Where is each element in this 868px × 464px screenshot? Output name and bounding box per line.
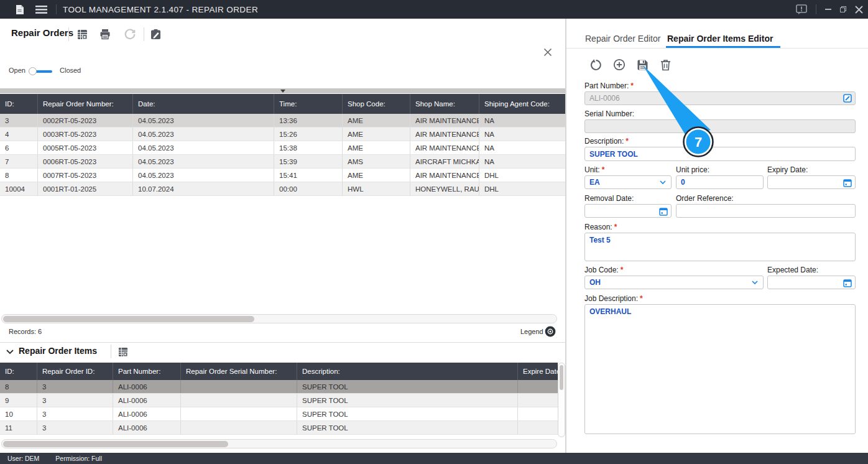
table-cell: AIR MAINTENANCE E...	[410, 141, 479, 154]
table-cell: ALI-0006	[113, 380, 181, 393]
table-cell: AIR MAINTENANCE E...	[410, 114, 479, 127]
document-icon[interactable]	[15, 4, 24, 15]
restore-icon[interactable]	[840, 6, 846, 12]
table-cell: SUPER TOOL	[297, 394, 518, 407]
panel-title: Repair Orders	[11, 27, 73, 38]
scrollbar-thumb[interactable]	[3, 441, 228, 447]
table-row[interactable]: 60005RT-05-202304.05.202315:38AMEAIR MAI…	[0, 141, 565, 155]
reason-textarea[interactable]: Test 5	[584, 233, 856, 261]
table-cell: SUPER TOOL	[297, 407, 518, 420]
table-cell: 15:41	[274, 169, 343, 182]
items-export-excel-icon[interactable]	[117, 346, 129, 358]
part-number-label: Part Number:*	[584, 81, 634, 90]
removal-date-input[interactable]	[584, 204, 672, 218]
table-cell: SUPER TOOL	[297, 380, 518, 393]
table-row[interactable]: 80007RT-05-202304.05.202315:41AMEAIR MAI…	[0, 169, 565, 182]
refresh-icon[interactable]	[589, 58, 603, 72]
status-user: User: DEM	[7, 455, 39, 462]
column-header[interactable]: Repair Order Number:	[38, 94, 133, 114]
calendar-icon	[843, 279, 852, 287]
unit-select[interactable]: EA	[584, 175, 672, 189]
refresh-icon[interactable]	[124, 28, 136, 40]
column-header[interactable]: Shiping Agent Code:	[479, 94, 565, 114]
column-header[interactable]: Shop Name:	[410, 94, 479, 114]
table-cell: AIR MAINTENANCE E...	[410, 128, 479, 141]
status-bar: User: DEM Permission: Full	[0, 453, 868, 464]
table-cell: 0007RT-05-2023	[38, 169, 133, 182]
column-header[interactable]: Description:	[297, 363, 518, 380]
table-row[interactable]: 93ALI-0006SUPER TOOL	[0, 394, 558, 407]
column-header[interactable]: Date:	[133, 94, 274, 114]
order-reference-input[interactable]	[676, 204, 856, 218]
grid-body: 30002RT-05-202304.05.202313:36AMEAIR MAI…	[0, 114, 565, 196]
table-cell: 15:39	[274, 155, 343, 168]
add-item-icon[interactable]	[612, 58, 626, 72]
grid-splitter[interactable]	[0, 88, 565, 93]
table-cell: 10	[0, 407, 37, 420]
table-cell: 0002RT-05-2023	[38, 114, 133, 127]
table-cell: 0003RT-05-2023	[38, 128, 133, 141]
lookup-edit-icon[interactable]	[843, 94, 852, 105]
minimize-icon[interactable]	[825, 9, 831, 10]
column-header[interactable]: Time:	[274, 94, 343, 114]
column-header[interactable]: Shop Code:	[343, 94, 410, 114]
column-header[interactable]: Expire Date:	[518, 363, 558, 380]
toggle-open-label: Open	[9, 67, 25, 74]
table-cell: SUPER TOOL	[297, 421, 518, 434]
serial-number-input[interactable]	[584, 119, 856, 133]
table-row[interactable]: 103ALI-0006SUPER TOOL	[0, 407, 558, 421]
column-header[interactable]: ID:	[0, 94, 38, 114]
table-row[interactable]: 40003RT-05-202304.05.202315:26AMEAIR MAI…	[0, 128, 565, 141]
table-row[interactable]: 113ALI-0006SUPER TOOL	[0, 421, 558, 435]
table-cell: 15:38	[274, 141, 343, 154]
expiry-date-input[interactable]	[767, 175, 856, 189]
feedback-icon[interactable]	[796, 4, 807, 14]
column-header[interactable]: Repair Order Serial Number:	[181, 363, 297, 380]
unit-price-input[interactable]	[676, 175, 764, 189]
orders-horizontal-scrollbar[interactable]	[1, 314, 557, 323]
column-header[interactable]: Repair Order ID:	[37, 363, 113, 380]
edit-icon[interactable]	[149, 28, 162, 40]
delete-icon[interactable]	[658, 58, 672, 72]
column-header[interactable]: ID:	[0, 363, 37, 380]
open-closed-toggle[interactable]	[29, 67, 37, 75]
save-icon[interactable]	[635, 58, 649, 72]
table-row[interactable]: 83ALI-0006SUPER TOOL	[0, 380, 558, 394]
tab-repair-order-editor[interactable]: Repair Order Editor	[585, 34, 660, 44]
items-horizontal-scrollbar[interactable]	[1, 439, 557, 448]
splitter-arrow-icon	[280, 90, 285, 93]
export-excel-icon[interactable]	[76, 28, 88, 40]
expiry-date-label: Expiry Date:	[767, 165, 808, 174]
table-cell: ALI-0006	[113, 421, 181, 434]
table-cell: 04.05.2023	[133, 169, 274, 182]
table-cell: DHL	[479, 182, 565, 195]
scrollbar-thumb[interactable]	[560, 365, 563, 390]
expected-date-input[interactable]	[767, 276, 856, 289]
description-input[interactable]	[584, 147, 856, 161]
scrollbar-thumb[interactable]	[3, 316, 254, 322]
description-label: Description:*	[584, 137, 629, 146]
tab-repair-order-items-editor[interactable]: Repair Order Items Editor	[667, 34, 773, 44]
table-cell: 3	[37, 421, 113, 434]
print-icon[interactable]	[99, 28, 111, 40]
job-code-select[interactable]: OH	[584, 276, 764, 289]
close-window-icon[interactable]	[855, 6, 863, 14]
toolbar-divider	[144, 27, 144, 41]
table-row[interactable]: 100040001RT-01-202510.07.202400:00HWLHON…	[0, 182, 565, 196]
tool-management-window: TOOL MANAGEMENT 2.1.407 - REPAIR ORDER R…	[0, 0, 868, 464]
collapse-chevron-icon[interactable]	[4, 346, 16, 358]
hamburger-menu-icon[interactable]	[35, 6, 47, 14]
table-cell: NA	[479, 114, 565, 127]
close-panel-icon[interactable]	[542, 47, 553, 58]
part-number-input[interactable]	[584, 91, 856, 105]
table-row[interactable]: 30002RT-05-202304.05.202313:36AMEAIR MAI…	[0, 114, 565, 128]
column-header[interactable]: Part Number:	[113, 363, 181, 380]
job-description-textarea[interactable]: OVERHAUL	[584, 304, 856, 434]
table-cell: 13:36	[274, 114, 343, 127]
table-row[interactable]: 70006RT-05-202304.05.202315:39AMSAIRCRAF…	[0, 155, 565, 169]
toggle-track[interactable]	[35, 70, 52, 73]
reason-label: Reason:*	[584, 223, 617, 231]
legend-eye-icon[interactable]	[545, 326, 556, 337]
items-vertical-scrollbar[interactable]	[558, 363, 565, 437]
table-cell: 3	[37, 380, 113, 393]
